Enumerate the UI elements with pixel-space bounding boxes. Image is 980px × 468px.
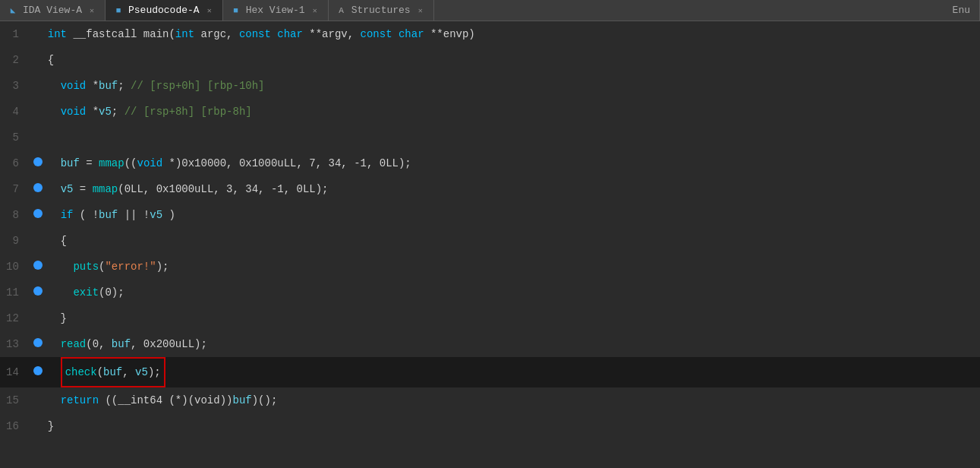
breakpoint-col <box>31 331 45 357</box>
breakpoint-col <box>31 47 45 73</box>
table-row: 13 read(0, buf, 0x200uLL); <box>0 331 980 357</box>
code-line-9: { <box>45 228 980 254</box>
tab-pseudocode-a[interactable]: ■ Pseudocode-A ✕ <box>106 0 223 21</box>
table-row: 5 <box>0 125 980 150</box>
code-line-2: { <box>45 47 980 73</box>
breakpoint-col <box>31 99 45 125</box>
breakpoint-indicator <box>33 183 43 192</box>
table-row: 4 void *v5; // [rsp+8h] [rbp-8h] <box>0 99 980 125</box>
line-number: 10 <box>0 254 31 280</box>
tab-label-ida: IDA View-A <box>23 5 82 16</box>
breakpoint-col <box>31 21 45 47</box>
line-number: 16 <box>0 413 31 439</box>
breakpoint-indicator <box>33 261 43 270</box>
breakpoint-col <box>31 254 45 280</box>
table-row: 8 if ( !buf || !v5 ) <box>0 202 980 228</box>
table-row: 3 void *buf; // [rsp+0h] [rbp-10h] <box>0 73 980 99</box>
table-row: 1 int __fastcall main(int argc, const ch… <box>0 21 980 47</box>
line-number: 3 <box>0 73 31 99</box>
code-line-16: } <box>45 413 980 439</box>
breakpoint-col <box>31 176 45 202</box>
line-number: 6 <box>0 150 31 176</box>
breakpoint-col <box>31 73 45 99</box>
breakpoint-col <box>31 228 45 254</box>
code-line-3: void *buf; // [rsp+0h] [rbp-10h] <box>45 73 980 99</box>
breakpoint-indicator <box>33 286 43 296</box>
table-row: 15 return ((__int64 (*)(void))buf)(); <box>0 387 980 413</box>
line-number: 7 <box>0 176 31 202</box>
tab-icon-ida: ◣ <box>8 5 18 16</box>
line-number: 9 <box>0 228 31 254</box>
breakpoint-col <box>31 150 45 176</box>
tab-bar: ◣ IDA View-A ✕ ■ Pseudocode-A ✕ ■ Hex Vi… <box>0 0 980 21</box>
code-line-12: } <box>45 305 980 331</box>
code-table: 1 int __fastcall main(int argc, const ch… <box>0 21 980 439</box>
red-highlight-box: check(buf, v5); <box>61 357 165 387</box>
tab-structures[interactable]: A Structures ✕ <box>329 0 434 21</box>
breakpoint-col <box>31 202 45 228</box>
code-line-4: void *v5; // [rsp+8h] [rbp-8h] <box>45 99 980 125</box>
line-number: 5 <box>0 125 31 150</box>
code-line-7: v5 = mmap(0LL, 0x1000uLL, 3, 34, -1, 0LL… <box>45 176 980 202</box>
table-row: 6 buf = mmap((void *)0x10000, 0x1000uLL,… <box>0 150 980 176</box>
table-row: 12 } <box>0 305 980 331</box>
code-area: 1 int __fastcall main(int argc, const ch… <box>0 21 980 468</box>
tab-icon-pseudo: ■ <box>113 5 124 16</box>
breakpoint-col <box>31 305 45 331</box>
close-icon-hex[interactable]: ✕ <box>310 5 320 16</box>
table-row: 16 } <box>0 413 980 439</box>
close-icon-pseudo[interactable]: ✕ <box>204 5 215 16</box>
breakpoint-indicator <box>33 366 43 375</box>
code-line-13: read(0, buf, 0x200uLL); <box>45 331 980 357</box>
table-row: 7 v5 = mmap(0LL, 0x1000uLL, 3, 34, -1, 0… <box>0 176 980 202</box>
line-number: 13 <box>0 331 31 357</box>
breakpoint-indicator <box>33 338 43 347</box>
code-line-6: buf = mmap((void *)0x10000, 0x1000uLL, 7… <box>45 150 980 176</box>
breakpoint-col <box>31 280 45 305</box>
line-number: 12 <box>0 305 31 331</box>
line-number: 14 <box>0 357 31 387</box>
line-number: 8 <box>0 202 31 228</box>
code-line-11: exit(0); <box>45 280 980 305</box>
table-row: 14 check(buf, v5); <box>0 357 980 387</box>
line-number: 1 <box>0 21 31 47</box>
breakpoint-col <box>31 413 45 439</box>
tab-label-enum: Enu <box>953 5 970 16</box>
tab-icon-struct: A <box>336 5 347 16</box>
close-icon-ida[interactable]: ✕ <box>87 5 97 16</box>
breakpoint-col <box>31 387 45 413</box>
code-line-5 <box>45 125 980 150</box>
line-number: 2 <box>0 47 31 73</box>
breakpoint-col <box>31 125 45 150</box>
table-row: 9 { <box>0 228 980 254</box>
table-row: 10 puts("error!"); <box>0 254 980 280</box>
code-line-1: int __fastcall main(int argc, const char… <box>45 21 980 47</box>
code-line-10: puts("error!"); <box>45 254 980 280</box>
tab-label-struct: Structures <box>351 5 411 16</box>
tab-hex-view-1[interactable]: ■ Hex View-1 ✕ <box>223 0 329 21</box>
line-number: 15 <box>0 387 31 413</box>
breakpoint-indicator <box>33 209 43 218</box>
close-icon-struct[interactable]: ✕ <box>415 5 426 16</box>
tab-label-hex: Hex View-1 <box>246 5 305 16</box>
breakpoint-col <box>31 357 45 387</box>
breakpoint-indicator <box>33 157 43 166</box>
tab-enum[interactable]: Enu <box>945 0 980 21</box>
tab-ida-view-a[interactable]: ◣ IDA View-A ✕ <box>0 0 106 21</box>
table-row: 11 exit(0); <box>0 280 980 305</box>
line-number: 4 <box>0 99 31 125</box>
code-line-8: if ( !buf || !v5 ) <box>45 202 980 228</box>
tab-label-pseudo: Pseudocode-A <box>128 5 200 16</box>
line-number: 11 <box>0 280 31 305</box>
tab-icon-hex: ■ <box>231 5 241 16</box>
table-row: 2 { <box>0 47 980 73</box>
code-line-14: check(buf, v5); <box>45 357 980 387</box>
code-line-15: return ((__int64 (*)(void))buf)(); <box>45 387 980 413</box>
